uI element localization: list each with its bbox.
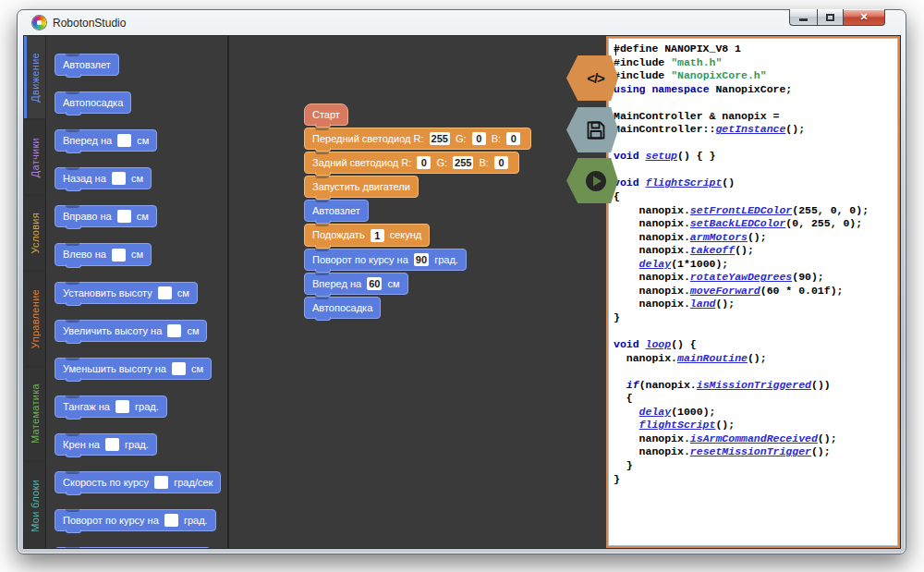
- script-block[interactable]: Вперед на 60 см: [304, 273, 408, 295]
- sidebar-tab-3[interactable]: Условия: [24, 197, 45, 271]
- script-block[interactable]: Передний светодиод R: 255 G: 0 B: 0: [304, 128, 531, 150]
- block-label: Уменьшить высоту на: [63, 363, 169, 374]
- script-block[interactable]: Автопосадка: [304, 297, 381, 319]
- palette-block[interactable]: Автопосадка: [55, 91, 131, 114]
- close-icon: ✕: [859, 12, 868, 22]
- block-input[interactable]: 0: [506, 132, 520, 145]
- block-label: см: [184, 325, 199, 336]
- code-line: nanopix.setFrontLEDColor(255, 0, 0);: [614, 204, 893, 218]
- code-line: nanopix.takeoff();: [614, 244, 893, 258]
- block-input[interactable]: 0: [417, 156, 431, 169]
- sidebar-tab-label: Движение: [30, 53, 41, 103]
- block-input[interactable]: 60: [367, 277, 382, 290]
- block-input[interactable]: [164, 514, 178, 527]
- maximize-button[interactable]: [817, 9, 843, 26]
- script-workspace[interactable]: Старт Передний светодиод R: 255 G: 0 B: …: [229, 36, 608, 548]
- sidebar-tab-label: Управление: [30, 289, 41, 348]
- block-input[interactable]: [167, 324, 181, 337]
- script-block[interactable]: Старт: [304, 103, 348, 126]
- script-block[interactable]: Поворот по курсу на 90 град.: [304, 249, 467, 271]
- code-line: [614, 137, 893, 151]
- block-input[interactable]: 255: [430, 132, 450, 145]
- block-label: град.: [132, 401, 159, 412]
- block-input[interactable]: 90: [414, 253, 429, 266]
- block-label: секунд: [387, 230, 422, 241]
- sidebar-tab-4[interactable]: Управление: [24, 273, 45, 364]
- app-logo-icon: [32, 16, 46, 30]
- block-label: Вправо на: [63, 211, 115, 222]
- block-label: см: [134, 211, 149, 222]
- palette-block[interactable]: Установить курс на град.: [55, 547, 211, 548]
- script-block[interactable]: Задний светодиод R: 0 G: 255 B: 0: [304, 152, 519, 174]
- block-label: Поворот по курсу на: [312, 254, 411, 265]
- block-input[interactable]: 0: [494, 156, 508, 169]
- block-input[interactable]: [154, 476, 168, 489]
- block-label: Передний светодиод R:: [312, 133, 427, 144]
- close-button[interactable]: ✕: [843, 9, 885, 26]
- code-line: flightScript();: [614, 419, 893, 432]
- block-input[interactable]: [172, 362, 186, 375]
- code-line: [614, 96, 893, 110]
- block-input[interactable]: [117, 134, 131, 147]
- block-label: Тангаж на: [63, 401, 113, 412]
- block-input[interactable]: [112, 249, 126, 262]
- code-line: }: [614, 311, 893, 325]
- code-line: nanopix.isArmCommandReceived();: [614, 432, 893, 446]
- script-block[interactable]: Запустить двигатели: [304, 176, 419, 198]
- palette-block[interactable]: Тангаж на град.: [55, 396, 167, 418]
- palette-block[interactable]: Крен на град.: [55, 433, 157, 456]
- code-line: #define NANOPIX_V8 1: [614, 43, 893, 56]
- text-caret: [615, 44, 616, 55]
- minimize-button[interactable]: [789, 9, 817, 26]
- title-bar[interactable]: RobotonStudio ✕: [23, 10, 900, 35]
- code-line: {: [614, 190, 893, 204]
- palette-block[interactable]: Влево на см: [55, 243, 152, 265]
- generated-code: #define NANOPIX_V8 1#include "math.h"#in…: [614, 43, 893, 486]
- block-input[interactable]: [158, 286, 172, 299]
- block-input[interactable]: [112, 172, 126, 185]
- palette-block[interactable]: Увеличить высоту на см: [55, 320, 207, 342]
- block-label: Старт: [312, 109, 340, 120]
- palette-block[interactable]: Уменьшить высоту на см: [55, 358, 212, 380]
- code-line: #include "NanopixCore.h": [614, 69, 893, 83]
- script-block[interactable]: Подождать 1 секунд: [304, 224, 430, 246]
- block-label: см: [384, 278, 399, 289]
- palette-block[interactable]: Установить высоту см: [55, 282, 198, 304]
- sidebar-tab-6[interactable]: Мои блоки: [24, 463, 45, 548]
- sidebar-tab-2[interactable]: Датчики: [24, 121, 45, 194]
- block-label: Автопосадка: [312, 302, 372, 313]
- block-input[interactable]: [105, 438, 119, 451]
- block-palette[interactable]: Автовзлет Автопосадка Вперед на см Назад…: [47, 36, 227, 548]
- palette-block[interactable]: Скорость по курсу град/сек: [55, 471, 221, 493]
- palette-block[interactable]: Поворот по курсу на град.: [55, 509, 216, 531]
- block-label: град/сек: [171, 477, 213, 488]
- script-block[interactable]: Автовзлет: [304, 200, 369, 222]
- block-label: Крен на: [63, 439, 103, 450]
- sidebar-tab-1[interactable]: Движение: [24, 36, 45, 118]
- code-line: nanopix.rotateYawDegrees(90);: [614, 271, 893, 285]
- code-line: void loop() {: [614, 338, 893, 352]
- code-editor[interactable]: #define NANOPIX_V8 1#include "math.h"#in…: [606, 36, 900, 548]
- code-line: [614, 365, 893, 379]
- block-input[interactable]: 1: [371, 229, 384, 242]
- block-label: Влево на: [63, 249, 109, 261]
- block-input[interactable]: [116, 400, 129, 413]
- sidebar-tab-5[interactable]: Математика: [24, 368, 45, 460]
- block-input[interactable]: [117, 210, 131, 223]
- palette-block[interactable]: Вправо на см: [55, 205, 157, 227]
- block-label: см: [175, 287, 189, 298]
- block-label: см: [128, 249, 143, 261]
- code-line: void flightScript(): [614, 176, 893, 190]
- palette-block[interactable]: Назад на см: [55, 167, 152, 189]
- block-input[interactable]: 0: [472, 132, 486, 145]
- client-area: ДвижениеДатчикиУсловияУправлениеМатемати…: [23, 35, 901, 549]
- block-label: Скорость по курсу: [63, 477, 152, 488]
- block-input[interactable]: 255: [453, 156, 473, 169]
- code-line: delay(1*1000);: [614, 258, 893, 272]
- block-label: B:: [489, 133, 505, 144]
- palette-block[interactable]: Автовзлет: [55, 54, 119, 76]
- minimize-icon: [799, 18, 808, 21]
- code-line: }: [614, 459, 893, 473]
- palette-block[interactable]: Вперед на см: [55, 129, 157, 152]
- code-line: #include "math.h": [614, 56, 893, 70]
